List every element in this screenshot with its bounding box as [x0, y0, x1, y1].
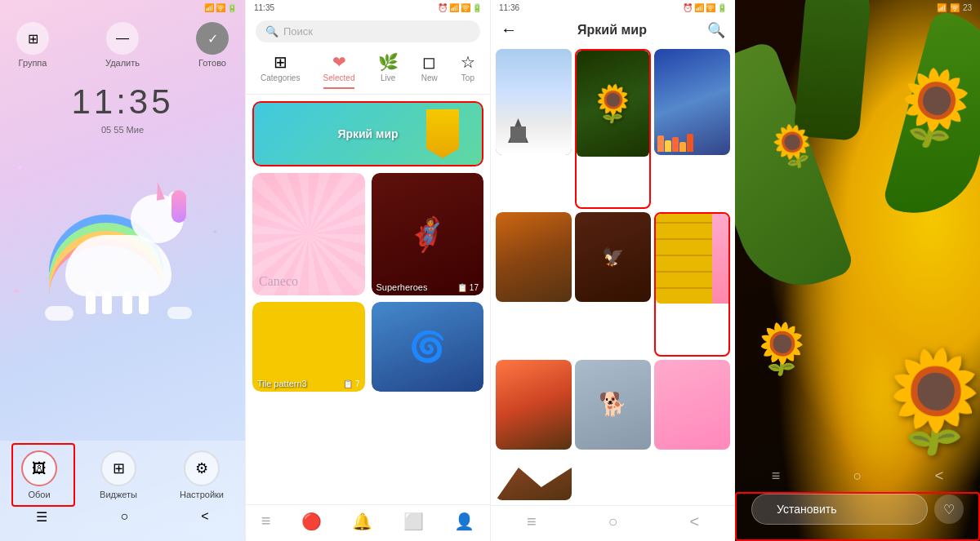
- p3-nav-back[interactable]: <: [689, 512, 699, 531]
- featured-card-bg: Яркий мир: [252, 101, 483, 166]
- widgets-icon-circle: ⊞: [100, 450, 136, 486]
- featured-card-title: Яркий мир: [337, 127, 398, 140]
- panel2-signal-icon: 📶: [449, 3, 459, 12]
- pink-card-bg: Caneco: [252, 173, 365, 295]
- spiderman-bg: 🦸: [372, 173, 484, 295]
- p2-nav-profile[interactable]: 👤: [454, 512, 474, 531]
- panel1-homescreen: 📶 🛜 🔋 ⊞ Группа — Удалить ✓ Готово 11:35 …: [0, 0, 245, 541]
- mountain-sunset-card[interactable]: [496, 360, 572, 500]
- bird-card[interactable]: 🦅: [575, 212, 651, 356]
- spiderman-overlay: [372, 173, 484, 295]
- install-bar: Установить ♡: [735, 484, 980, 541]
- panel3-gallery: 11:36 ⏰ 📶 🛜 🔋 ← Яркий мир 🔍 🌻: [490, 0, 735, 541]
- bldg2: [665, 140, 671, 152]
- tab-selected[interactable]: ❤ Selected: [323, 52, 355, 94]
- p4-nav-back[interactable]: <: [935, 468, 944, 485]
- tab-top[interactable]: ☆ Top: [461, 52, 475, 94]
- sunflower-card[interactable]: 🌻: [575, 49, 651, 209]
- panel2-wifi-icon: 🛜: [461, 3, 470, 12]
- home-nav-icon[interactable]: ○: [120, 509, 128, 525]
- check-icon: ✓: [207, 31, 218, 47]
- p4-nav-home[interactable]: ○: [853, 468, 862, 485]
- tab-categories[interactable]: ⊞ Categories: [261, 52, 300, 94]
- gallery-grid: 🌻 🦅: [491, 44, 735, 505]
- star2: ✦: [212, 228, 218, 236]
- yellow-card[interactable]: Tile pattern3 📋 7: [252, 302, 365, 392]
- bird-bg: 🦅: [575, 212, 651, 302]
- pink-card-text: Caneco: [259, 274, 298, 289]
- yellow-stripes-card[interactable]: [654, 212, 730, 356]
- install-button[interactable]: Установить: [751, 494, 928, 525]
- pink2-bg: [654, 360, 730, 450]
- tab-live[interactable]: 🌿 Live: [378, 52, 399, 94]
- panel4-wifi: 🛜: [950, 3, 960, 12]
- cliff-town-card[interactable]: [654, 49, 730, 209]
- widgets-icon: ⊞: [113, 459, 125, 477]
- wifi-icon: 🛜: [216, 3, 225, 12]
- pink-wallpaper-card[interactable]: Caneco: [252, 173, 365, 295]
- panel4-fullscreen: 🌻 🌻 🌻 🌻 📶 🛜 23 ≡ ○ < Установить ♡: [735, 0, 980, 541]
- snow-bg: [496, 49, 572, 155]
- hurricane-card[interactable]: 🌀: [372, 302, 484, 392]
- unicorn-mane: [172, 190, 186, 223]
- battery-icon: 🔋: [227, 3, 237, 12]
- p2-nav-square[interactable]: ⬜: [403, 512, 424, 531]
- p4-nav-menu[interactable]: ≡: [772, 468, 781, 485]
- yellow-stripes-bg: [656, 214, 728, 304]
- group-label: Группа: [19, 58, 47, 68]
- wallpaper-label: Обои: [28, 490, 50, 499]
- group-icon-circle: ⊞: [16, 22, 49, 55]
- settings-icon: ⚙: [195, 459, 208, 477]
- wallpaper-icon-circle: 🖼: [21, 450, 57, 486]
- signal-icon: 📶: [204, 3, 214, 12]
- delete-button[interactable]: — Удалить: [105, 22, 140, 68]
- cliff-bg: [654, 49, 730, 155]
- search-button[interactable]: 🔍: [707, 21, 725, 39]
- pink2-card[interactable]: [654, 360, 730, 500]
- delete-label: Удалить: [105, 58, 140, 68]
- done-button[interactable]: ✓ Готово: [196, 22, 229, 68]
- clock-display: 11:35: [0, 82, 245, 122]
- spiderman-card[interactable]: 🦸 Superheroes 📋 17: [372, 173, 484, 295]
- top-icon: ☆: [461, 52, 475, 72]
- autumn-forest-card[interactable]: [496, 212, 572, 356]
- group-button[interactable]: ⊞ Группа: [16, 22, 49, 68]
- panel4-signal: 📶: [937, 3, 947, 12]
- snow-village-card[interactable]: [496, 49, 572, 155]
- tile-count: 📋 7: [343, 379, 359, 388]
- p3-nav-home[interactable]: ○: [608, 512, 617, 531]
- new-label: New: [421, 73, 438, 82]
- live-label: Live: [381, 73, 395, 82]
- heart-button[interactable]: ♡: [934, 494, 964, 524]
- dog-card[interactable]: 🐕: [575, 360, 651, 500]
- wallpaper-button[interactable]: 🖼 Обои: [21, 450, 57, 499]
- back-button[interactable]: ←: [501, 20, 517, 39]
- menu-nav-icon[interactable]: ☰: [36, 509, 47, 525]
- p3-nav-menu[interactable]: ≡: [527, 512, 537, 531]
- panel1-top-actions: ⊞ Группа — Удалить ✓ Готово: [0, 16, 245, 74]
- p2-nav-menu[interactable]: ≡: [261, 512, 271, 531]
- search-placeholder: Поиск: [283, 25, 313, 38]
- date-display: 05 55 Мие: [0, 125, 245, 135]
- wallpaper-icon: 🖼: [32, 460, 47, 477]
- bldg3: [672, 137, 679, 152]
- categories-label: Categories: [261, 73, 300, 82]
- pink-side: [712, 214, 728, 304]
- p2-nav-active[interactable]: 🔴: [301, 512, 322, 531]
- leg4: [139, 291, 149, 314]
- selected-tab-underline: [323, 87, 355, 89]
- widgets-button[interactable]: ⊞ Виджеты: [100, 450, 137, 499]
- selected-label: Selected: [323, 73, 355, 82]
- tab-new[interactable]: ◻ New: [421, 52, 438, 94]
- featured-card[interactable]: Яркий мир: [252, 101, 483, 166]
- p2-nav-bell[interactable]: 🔔: [352, 512, 372, 531]
- settings-button[interactable]: ⚙ Настройки: [180, 450, 224, 499]
- back-nav-icon[interactable]: <: [201, 509, 208, 525]
- cliff-buildings: [654, 131, 697, 155]
- panel1-nav-bar: ☰ ○ <: [0, 506, 245, 528]
- search-bar[interactable]: 🔍 Поиск: [256, 20, 480, 42]
- sunflower-small: 🌻: [751, 320, 813, 378]
- panel2-alarm-icon: ⏰: [438, 3, 448, 12]
- settings-label: Настройки: [180, 490, 224, 499]
- unicorn-illustration: [41, 141, 204, 321]
